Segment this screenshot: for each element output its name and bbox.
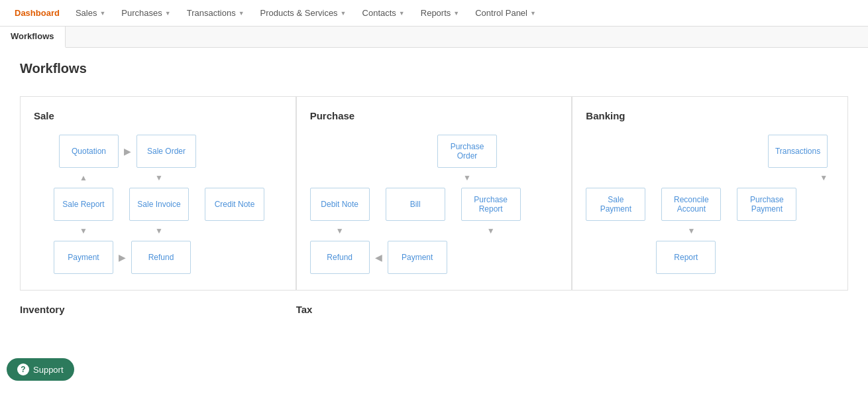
banking-row-2: Sale Payment Reconcile Account Purchase … bbox=[586, 188, 834, 221]
refund-down-arrow: ▼ bbox=[155, 226, 163, 235]
transactions-arrow: ▼ bbox=[239, 10, 244, 17]
bill-box[interactable]: Bill bbox=[386, 188, 445, 221]
purchase-order-down-arrow: ▼ bbox=[463, 173, 471, 182]
nav-purchases[interactable]: Purchases▼ bbox=[113, 0, 178, 27]
purchase-row-3: Refund ◀ Payment bbox=[310, 241, 559, 274]
banking-section: Banking Transactions ▼ Sale Payment Reco… bbox=[572, 96, 848, 291]
banking-arrows-row: ▼ bbox=[586, 224, 834, 238]
sale-payment-banking-box[interactable]: Sale Payment bbox=[586, 188, 645, 221]
purchase-refund-box[interactable]: Refund bbox=[310, 241, 370, 274]
banking-row-1: Transactions bbox=[586, 135, 834, 168]
purchase-row-2: Debit Note Bill Purchase Report bbox=[310, 188, 559, 221]
credit-note-box[interactable]: Credit Note bbox=[205, 188, 264, 221]
bottom-section-labels: Inventory Tax bbox=[20, 304, 848, 315]
nav-transactions[interactable]: Transactions▼ bbox=[179, 0, 252, 27]
breadcrumb-bar: Workflows bbox=[0, 27, 868, 48]
sale-order-box[interactable]: Sale Order bbox=[136, 135, 196, 168]
nav-control-panel[interactable]: Control Panel▼ bbox=[467, 0, 544, 27]
purchases-arrow: ▼ bbox=[165, 10, 171, 17]
reconcile-down-arrow: ▼ bbox=[687, 226, 695, 235]
purchase-section-title: Purchase bbox=[310, 110, 559, 121]
purchase-report-box[interactable]: Purchase Report bbox=[461, 188, 521, 221]
purchase-payment-banking-box[interactable]: Purchase Payment bbox=[737, 188, 796, 221]
debit-note-down-arrow: ▼ bbox=[336, 226, 344, 235]
nav-contacts[interactable]: Contacts▼ bbox=[354, 0, 413, 27]
purchase-payment-box[interactable]: Payment bbox=[388, 241, 447, 274]
purchase-arrows-row: ▼ ▼ bbox=[310, 224, 559, 238]
quotation-to-saleorder-arrow: ▶ bbox=[124, 146, 131, 157]
reconcile-account-box[interactable]: Reconcile Account bbox=[661, 188, 721, 221]
sale-section-title: Sale bbox=[34, 110, 282, 121]
refund-to-payment-arrow: ◀ bbox=[375, 252, 382, 263]
workflow-sections: Sale Quotation ▶ Sale Order ▲ ▼ Sal bbox=[20, 96, 848, 291]
contacts-arrow: ▼ bbox=[399, 10, 405, 17]
tax-label: Tax bbox=[296, 304, 572, 315]
sale-arrows-row2: ▼ ▼ bbox=[54, 224, 282, 238]
page-title: Workflows bbox=[20, 61, 848, 76]
purchase-order-box[interactable]: Purchase Order bbox=[437, 135, 497, 168]
banking-row-3: Report bbox=[586, 241, 834, 274]
nav-products-services[interactable]: Products & Services▼ bbox=[252, 0, 354, 27]
products-arrow: ▼ bbox=[341, 10, 347, 17]
control-panel-arrow: ▼ bbox=[530, 10, 536, 17]
purchase-report-down-arrow: ▼ bbox=[487, 226, 495, 235]
sale-row-2: Sale Report Sale Invoice Credit Note bbox=[54, 188, 282, 221]
sales-arrow: ▼ bbox=[99, 10, 105, 17]
sale-invoice-box[interactable]: Sale Invoice bbox=[129, 188, 189, 221]
reports-arrow: ▼ bbox=[453, 10, 459, 17]
sale-report-up-arrow: ▲ bbox=[80, 173, 87, 182]
sale-arrows-row: ▲ ▼ bbox=[54, 170, 282, 185]
purchase-row-1: Purchase Order bbox=[310, 135, 559, 168]
banking-section-title: Banking bbox=[586, 110, 834, 121]
debit-note-box[interactable]: Debit Note bbox=[310, 188, 370, 221]
nav-dashboard[interactable]: Dashboard bbox=[7, 0, 68, 27]
breadcrumb-workflows[interactable]: Workflows bbox=[0, 27, 66, 48]
page-content: Workflows Sale Quotation ▶ Sale Order ▲ … bbox=[0, 48, 868, 328]
nav-reports[interactable]: Reports▼ bbox=[413, 0, 467, 27]
nav-sales[interactable]: Sales▼ bbox=[68, 0, 113, 27]
purchase-section: Purchase Purchase Order ▼ Debit Note Bil… bbox=[296, 96, 572, 291]
payment-down-arrow: ▼ bbox=[80, 226, 87, 235]
payment-to-refund-arrow: ▶ bbox=[119, 252, 126, 263]
transactions-down-arrow: ▼ bbox=[820, 173, 828, 182]
inventory-label: Inventory bbox=[20, 304, 296, 315]
sale-section: Sale Quotation ▶ Sale Order ▲ ▼ Sal bbox=[20, 96, 296, 291]
sale-row-3: Payment ▶ Refund bbox=[54, 241, 282, 274]
sale-row-1: Quotation ▶ Sale Order bbox=[34, 135, 282, 168]
quotation-box[interactable]: Quotation bbox=[59, 135, 119, 168]
sale-payment-box[interactable]: Payment bbox=[54, 241, 113, 274]
transactions-box[interactable]: Transactions bbox=[768, 135, 828, 168]
sale-report-box[interactable]: Sale Report bbox=[54, 188, 113, 221]
sale-invoice-down-arrow: ▼ bbox=[155, 173, 163, 182]
banking-report-box[interactable]: Report bbox=[656, 241, 716, 274]
sale-refund-box[interactable]: Refund bbox=[131, 241, 191, 274]
navbar: Dashboard Sales▼ Purchases▼ Transactions… bbox=[0, 0, 868, 27]
